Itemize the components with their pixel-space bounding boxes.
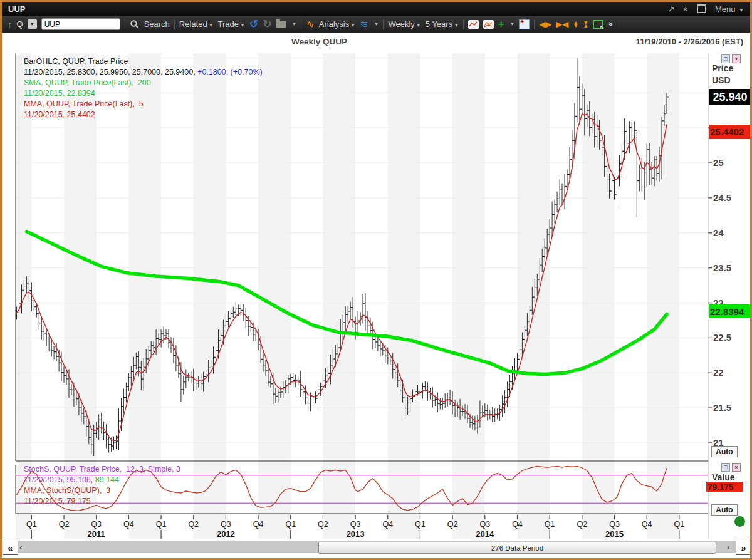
quarter-label: Q3	[88, 520, 105, 529]
price-legend-line: MMA, QUUP, Trade Price(Last), 5	[24, 99, 263, 110]
analysis-menu[interactable]: Analysis▼	[319, 19, 355, 29]
quarter-label: Q2	[314, 520, 332, 529]
symbol-type-label: Q	[17, 19, 23, 29]
arrow-up-icon[interactable]: ↑	[8, 19, 13, 29]
maximize-icon[interactable]	[697, 4, 706, 13]
stoch-legend-line: 11/20/2015, 95.106, 89.144	[24, 475, 180, 485]
legend-text: +0.1800, (+0.70%)	[197, 68, 263, 76]
quarter-label: Q1	[23, 520, 40, 529]
compress-vertical-icon[interactable]: ▼▲	[583, 21, 588, 28]
scrollbar-thumb[interactable]: 276 Data Period	[318, 542, 716, 554]
divider	[125, 19, 125, 29]
related-menu[interactable]: Related▼	[179, 19, 214, 29]
scroll-left-arrow[interactable]: ‹	[19, 542, 22, 552]
quarter-band	[452, 53, 485, 539]
mma-line	[17, 113, 667, 440]
divider	[534, 19, 535, 29]
legend-text: SMA, QUUP, Trade Price(Last), 200	[24, 78, 151, 87]
price-legend-line: SMA, QUUP, Trade Price(Last), 200	[24, 78, 263, 88]
chevron-down-icon: ▼	[240, 23, 245, 28]
waves-icon[interactable]: ≋	[360, 19, 368, 29]
annotate-icon[interactable]	[519, 19, 530, 29]
popout-icon[interactable]: ↗	[668, 5, 675, 13]
year-label: 2012	[213, 529, 238, 539]
price-legend: BarOHLC, QUUP, Trade Price11/20/2015, 25…	[24, 56, 263, 120]
stoch-auto-scale-button[interactable]: Auto	[711, 504, 738, 516]
scroll-right-arrow[interactable]: ›	[727, 542, 729, 552]
mma-price-badge: 25.4402	[709, 125, 752, 139]
quarter-label: Q2	[185, 520, 202, 529]
window-title: UUP	[8, 4, 25, 14]
search-icon[interactable]	[130, 19, 140, 29]
price-tick-label: 22	[713, 367, 724, 378]
open-chart-icon[interactable]	[276, 21, 286, 28]
quarter-label: Q3	[217, 520, 234, 529]
scroll-far-left-button[interactable]: «	[3, 541, 18, 555]
divider	[174, 19, 175, 29]
application-window: UUP ↗ « Menu ▼ ↑ Q ▼ Search Related▼ Tra…	[0, 0, 752, 560]
range-label: 5 Years	[426, 19, 452, 29]
expand-vertical-icon[interactable]: ▲▼	[573, 21, 578, 28]
quarter-label: Q3	[476, 520, 494, 529]
crosshair-icon[interactable]: +	[498, 19, 504, 29]
quarter-band	[517, 53, 550, 539]
close-panel-icon[interactable]: ×	[732, 463, 741, 472]
legend-text: 89.144	[95, 475, 119, 484]
search-button[interactable]: Search	[144, 19, 170, 29]
quarter-label: Q2	[573, 520, 591, 529]
status-indicator-dot	[734, 516, 745, 527]
quarter-label: Q1	[541, 520, 558, 529]
menu-button[interactable]: Menu ▼	[715, 4, 744, 14]
quarter-label: Q1	[282, 520, 300, 529]
minimize-panel-icon[interactable]: □	[721, 463, 730, 472]
quarter-label: Q1	[152, 520, 170, 529]
compress-horizontal-icon[interactable]: ▶◀	[556, 20, 568, 28]
price-auto-scale-button[interactable]: Auto	[711, 446, 738, 457]
quarter-band	[194, 53, 226, 539]
close-panel-icon[interactable]: ×	[732, 54, 741, 63]
price-tick-label: 24.5	[713, 192, 731, 203]
symbol-input[interactable]	[41, 18, 120, 30]
minimize-panel-icon[interactable]: □	[721, 54, 730, 63]
chevron-down-icon: ▼	[209, 23, 214, 28]
quarter-band	[258, 53, 291, 539]
toolbar: ↑ Q ▼ Search Related▼ Trade▼ ↺ ↻ ▼ ∿ Ana…	[2, 16, 750, 33]
chevron-down-icon: ▼	[416, 23, 421, 28]
year-label: 2014	[473, 529, 498, 539]
price-axis-unit: USD	[712, 75, 731, 85]
last-price-badge: 25.940	[709, 89, 751, 105]
chevron-down-icon[interactable]: ▼	[291, 21, 296, 27]
trade-label: Trade	[218, 19, 239, 29]
compare-chart-icon[interactable]	[483, 20, 494, 29]
legend-text: 11/20/2015, 25.8300, 25.9950, 25.7000, 2…	[24, 68, 197, 76]
price-legend-line: 11/20/2015, 25.8300, 25.9950, 25.7000, 2…	[24, 67, 263, 78]
zoom-select-icon[interactable]	[593, 20, 603, 29]
more-tools-icon[interactable]: «	[606, 22, 614, 26]
trade-menu[interactable]: Trade▼	[218, 19, 245, 29]
collapse-icon[interactable]: «	[682, 6, 690, 11]
quarter-label: Q4	[379, 520, 397, 529]
stoch-legend: StochS, QUUP, Trade Price, 12, 3, Simple…	[24, 464, 180, 507]
year-label: 2011	[84, 529, 109, 539]
quarter-band	[323, 53, 355, 539]
legend-text: 11/20/2015, 25.4402	[24, 110, 95, 119]
line-chart-icon[interactable]	[468, 20, 479, 29]
legend-text: MMA, QUUP, Trade Price(Last), 5	[24, 100, 144, 108]
range-menu[interactable]: 5 Years▼	[426, 19, 459, 29]
chevron-down-icon[interactable]: ▼	[509, 21, 514, 27]
scroll-far-right-button[interactable]: »	[736, 541, 751, 555]
stoch-legend-line: StochS, QUUP, Trade Price, 12, 3, Simple…	[24, 464, 180, 475]
undo-icon[interactable]: ↺	[249, 19, 258, 29]
expand-horizontal-icon[interactable]: ◀▶	[539, 20, 551, 28]
symbol-type-dropdown[interactable]: ▼	[28, 19, 37, 29]
price-tick-label: 25	[713, 157, 724, 168]
redo-icon[interactable]: ↻	[263, 19, 271, 29]
price-legend-line: BarOHLC, QUUP, Trade Price	[24, 56, 263, 67]
chevron-down-icon: ▼	[350, 23, 355, 28]
quarter-label: Q1	[411, 520, 429, 529]
legend-text: BarOHLC, QUUP, Trade Price	[24, 57, 128, 66]
periodicity-menu[interactable]: Weekly▼	[388, 19, 420, 29]
price-legend-line: 11/20/2015, 25.4402	[24, 110, 263, 120]
quarter-label: Q4	[249, 520, 267, 529]
chevron-down-icon[interactable]: ▼	[374, 21, 379, 27]
